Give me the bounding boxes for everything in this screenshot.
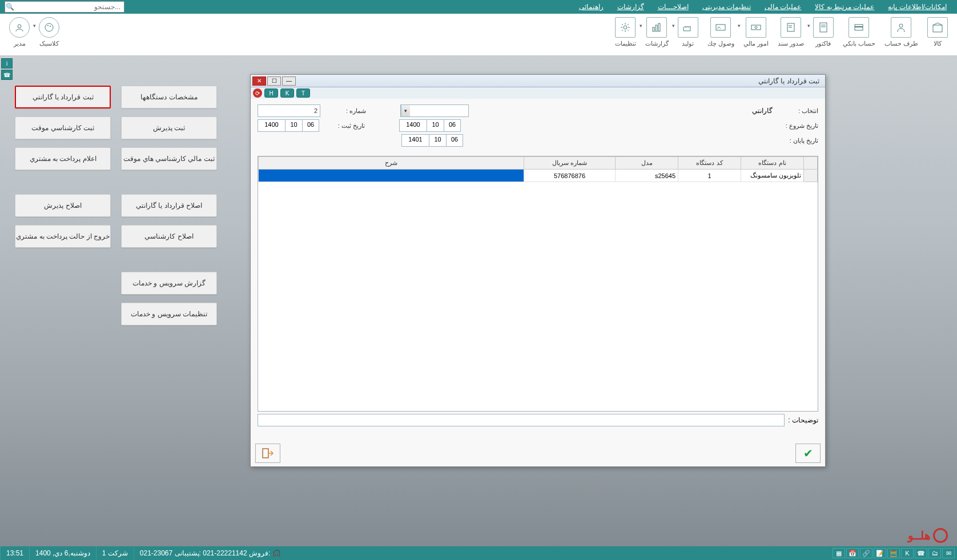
search-input[interactable] <box>14 3 124 11</box>
col-serial[interactable]: شماره سريال <box>524 157 616 170</box>
close-button[interactable]: ✕ <box>252 76 266 86</box>
confirm-button[interactable]: ✔ <box>795 444 821 463</box>
col-desc[interactable]: شرح <box>259 157 524 170</box>
svg-rect-21 <box>263 449 268 458</box>
note-icon[interactable]: 📝 <box>874 548 886 558</box>
contact-icon[interactable]: ☎ <box>1 70 13 80</box>
menu-item-base[interactable]: امکانات/اطلاعات پایه <box>882 1 952 13</box>
col-model[interactable]: مدل <box>616 157 678 170</box>
col-device-name[interactable]: نام دستگاه <box>741 157 804 170</box>
side-exit-payment[interactable]: خروج از حالت پرداخت به مشتري <box>15 225 111 248</box>
calendar-icon[interactable]: 📅 <box>846 548 859 558</box>
menu-item-goods[interactable]: عملیات مرتبط به کالا <box>809 1 880 13</box>
k-icon[interactable]: K <box>901 548 914 558</box>
side-register-contract[interactable]: ثبت قرارداد يا گارانتي <box>15 86 111 108</box>
ribbon-goods[interactable]: کالا <box>927 16 948 47</box>
gear-icon <box>615 17 636 38</box>
ribbon-theme[interactable]: ▾ کلاسیک <box>39 16 59 47</box>
search-box[interactable]: 🔍 <box>5 1 124 13</box>
number-field[interactable] <box>258 104 320 117</box>
side-edit-contract[interactable]: اصلاح قرارداد يا گارانتي <box>121 194 217 217</box>
cell-code[interactable]: 1 <box>678 170 741 182</box>
ribbon-user[interactable]: مدیر <box>9 16 30 47</box>
palette-icon <box>39 17 59 38</box>
side-announce-payment[interactable]: اعلام پرداخت به مشتري <box>15 147 111 170</box>
select-value: گارانتي <box>744 107 773 115</box>
cell-name[interactable]: تلويزيون سامسونگ <box>741 170 804 182</box>
chevron-down-icon: ▾ <box>738 23 741 29</box>
col-device-code[interactable]: کد دستگاه <box>678 157 741 170</box>
end-date-field[interactable]: 06 10 1401 <box>401 134 463 147</box>
exit-button[interactable] <box>255 444 280 463</box>
svg-rect-15 <box>658 23 660 31</box>
side-edit-expertise[interactable]: اصلاح کارشناسي <box>121 225 217 248</box>
tab-t[interactable]: T <box>296 88 310 98</box>
type-dropdown[interactable]: ▾ <box>400 104 469 117</box>
svg-rect-4 <box>820 23 827 32</box>
start-date-label: تاريخ شروع : <box>778 122 818 130</box>
brand-logo: هلــو <box>908 528 948 543</box>
cell-serial[interactable]: 576876876 <box>524 170 616 182</box>
status-icons: ▦ 📅 🔗 📝 🧮 K ☎ 🗂 ✉ <box>830 548 957 558</box>
menu-item-finance[interactable]: عملیات مالی <box>759 1 807 13</box>
info-icon[interactable]: i <box>1 58 13 69</box>
status-time: 13:51 <box>0 546 29 560</box>
ribbon-production[interactable]: ▾ توليد <box>678 16 698 47</box>
number-label: شماره : <box>326 107 366 115</box>
svg-point-18 <box>47 25 49 26</box>
menu-item-help[interactable]: راهنمائی <box>573 1 609 13</box>
link-icon[interactable]: 🔗 <box>860 548 872 558</box>
ribbon-bank[interactable]: حساب بانکي <box>843 16 875 47</box>
side-service-settings[interactable]: تنظيمات سرويس و خدمات <box>121 303 217 325</box>
svg-rect-3 <box>855 26 863 27</box>
menu-item-reports[interactable]: گزارشات <box>612 1 650 13</box>
ribbon-invoice[interactable]: ▾ فاکتور <box>813 16 834 47</box>
ribbon-voucher[interactable]: صدور سند <box>778 16 804 47</box>
menu-item-mgmt[interactable]: تنظیمات مدیریتی <box>697 1 757 13</box>
tab-k[interactable]: K <box>280 88 294 98</box>
table-row[interactable]: تلويزيون سامسونگ 1 s25645 576876876 <box>259 170 818 182</box>
chevron-down-icon: ▾ <box>807 23 810 29</box>
row-header-col <box>804 157 818 170</box>
ribbon-finance-ops[interactable]: ▾ امور مالي <box>743 16 769 47</box>
cell-model[interactable]: s25645 <box>616 170 678 182</box>
svg-rect-10 <box>751 25 761 30</box>
card-icon[interactable]: 🗂 <box>928 548 941 558</box>
side-register-temp-expert-fin[interactable]: ثبت مالي کارشناسي هاي موقت <box>121 147 217 170</box>
chart-icon <box>646 17 667 38</box>
phone-icon[interactable]: ☎ <box>915 548 927 558</box>
desc-field[interactable] <box>258 414 785 426</box>
svg-point-16 <box>624 26 627 29</box>
side-register-admission[interactable]: ثبت پذيرش <box>121 116 217 139</box>
ribbon-account-party[interactable]: طرف حساب <box>884 16 918 47</box>
calc-icon[interactable]: 🧮 <box>887 548 900 558</box>
reg-date-field[interactable]: 06 10 1400 <box>258 119 319 132</box>
search-icon: 🔍 <box>5 3 14 11</box>
contract-dialog: ✕ ☐ — ثبت قرارداد يا گارانتي ⟳ H K T انت… <box>250 74 826 467</box>
factory-icon <box>678 17 698 38</box>
side-register-temp-expertise[interactable]: ثبت کارشناسي موقت <box>15 116 111 139</box>
status-date: دوشنبه,6 دي, 1400 <box>29 546 96 560</box>
maximize-button[interactable]: ☐ <box>267 76 281 86</box>
side-devices[interactable]: مشخصات دستگاهها <box>121 86 217 108</box>
msg-icon[interactable]: ✉ <box>942 548 955 558</box>
ribbon-cheque[interactable]: وصول چك <box>707 16 734 47</box>
minimize-button[interactable]: — <box>282 76 296 86</box>
devices-grid[interactable]: نام دستگاه کد دستگاه مدل شماره سريال شرح… <box>258 156 818 412</box>
side-edit-admission[interactable]: اصلاح پذيرش <box>15 194 111 217</box>
start-date-field[interactable]: 06 10 1400 <box>399 119 461 132</box>
money-icon <box>746 17 766 38</box>
record-icon[interactable]: ⟳ <box>253 88 262 98</box>
status-bar: 13:51 دوشنبه,6 دي, 1400 شرکت 1 021-23067… <box>0 546 957 560</box>
cell-desc[interactable] <box>259 170 524 182</box>
svg-point-19 <box>50 26 51 27</box>
dialog-title: ثبت قرارداد يا گارانتي <box>754 77 824 85</box>
tab-h[interactable]: H <box>264 88 278 98</box>
grid-icon[interactable]: ▦ <box>833 548 845 558</box>
ribbon-reports[interactable]: ▾ گزارشات <box>645 16 669 47</box>
chevron-down-icon: ▾ <box>401 105 410 116</box>
menu-item-corrections[interactable]: اصلاحـــات <box>652 1 694 13</box>
svg-rect-0 <box>933 25 942 32</box>
ribbon-settings[interactable]: تنظيمات <box>615 16 636 47</box>
side-service-report[interactable]: گزارش سرويس و خدمات <box>121 272 217 295</box>
